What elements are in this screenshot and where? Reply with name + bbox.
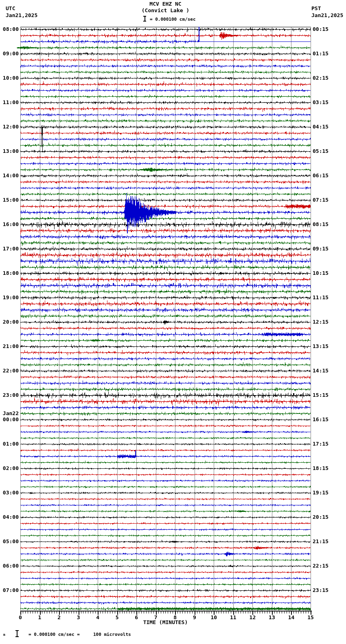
- pst-hour-label: 18:15: [313, 465, 328, 471]
- right-timezone: PST: [311, 6, 321, 11]
- utc-hour-label: 00:00: [0, 416, 19, 422]
- utc-hour-label: 06:00: [0, 563, 19, 569]
- pst-hour-label: 17:15: [313, 441, 328, 447]
- footer-scale-note: = 0.000100 cm/sec = 100 microvolts: [28, 632, 131, 637]
- footer-glyph: m: [3, 633, 5, 637]
- pst-hour-label: 01:15: [313, 50, 328, 57]
- seismogram-canvas: [0, 0, 346, 644]
- pst-hour-label: 21:15: [313, 538, 328, 544]
- utc-hour-label: 08:00: [0, 26, 19, 32]
- utc-hour-label: 04:00: [0, 514, 19, 520]
- scale-bar-icon: [15, 630, 19, 637]
- station-location: (Convict Lake ): [0, 8, 331, 13]
- scale-label: = 0.000100 cm/sec: [150, 17, 196, 22]
- pst-hour-label: 04:15: [313, 124, 328, 130]
- utc-hour-label: 01:00: [0, 441, 19, 447]
- utc-hour-label: 20:00: [0, 319, 19, 325]
- utc-hour-label: 16:00: [0, 221, 19, 227]
- pst-hour-label: 22:15: [313, 563, 328, 569]
- utc-hour-label: 14:00: [0, 172, 19, 178]
- pst-hour-label: 00:15: [313, 26, 328, 32]
- utc-hour-label: 12:00: [0, 124, 19, 130]
- utc-hour-label: Jan22: [0, 410, 19, 416]
- left-date: Jan21,2025: [6, 13, 37, 18]
- pst-hour-label: 20:15: [313, 514, 328, 520]
- pst-hour-label: 07:15: [313, 197, 328, 203]
- utc-hour-label: 21:00: [0, 343, 19, 349]
- utc-hour-label: 22:00: [0, 368, 19, 374]
- utc-hour-label: 17:00: [0, 246, 19, 252]
- pst-hour-label: 11:15: [313, 294, 328, 300]
- pst-hour-label: 09:15: [313, 246, 328, 252]
- pst-hour-label: 14:15: [313, 368, 328, 374]
- utc-hour-label: 18:00: [0, 270, 19, 276]
- utc-hour-label: 09:00: [0, 50, 19, 57]
- pst-hour-label: 13:15: [313, 343, 328, 349]
- pst-hour-label: 19:15: [313, 490, 328, 496]
- utc-hour-label: 15:00: [0, 197, 19, 203]
- pst-hour-label: 02:15: [313, 75, 328, 81]
- utc-hour-label: 10:00: [0, 75, 19, 81]
- left-timezone: UTC: [6, 6, 15, 11]
- pst-hour-label: 16:15: [313, 416, 328, 422]
- utc-hour-label: 13:00: [0, 148, 19, 154]
- pst-hour-label: 12:15: [313, 319, 328, 325]
- pst-hour-label: 10:15: [313, 270, 328, 276]
- utc-hour-label: 23:00: [0, 392, 19, 398]
- utc-hour-label: 19:00: [0, 294, 19, 300]
- utc-hour-label: 11:00: [0, 99, 19, 105]
- pst-hour-label: 08:15: [313, 221, 328, 227]
- right-date: Jan21,2025: [311, 13, 343, 18]
- scale-bar-icon: [143, 16, 146, 22]
- heliplot-page: MCV EHZ NC (Convict Lake ) = 0.000100 cm…: [0, 0, 346, 644]
- pst-hour-label: 06:15: [313, 172, 328, 178]
- pst-hour-label: 23:15: [313, 587, 328, 593]
- pst-hour-label: 03:15: [313, 99, 328, 105]
- utc-hour-label: 02:00: [0, 465, 19, 471]
- utc-hour-label: 07:00: [0, 587, 19, 593]
- pst-hour-label: 15:15: [313, 392, 328, 398]
- utc-hour-label: 05:00: [0, 538, 19, 544]
- utc-hour-label: 03:00: [0, 490, 19, 496]
- x-axis-title: TIME (MINUTES): [0, 620, 331, 625]
- pst-hour-label: 05:15: [313, 148, 328, 154]
- station-title: MCV EHZ NC: [0, 1, 331, 7]
